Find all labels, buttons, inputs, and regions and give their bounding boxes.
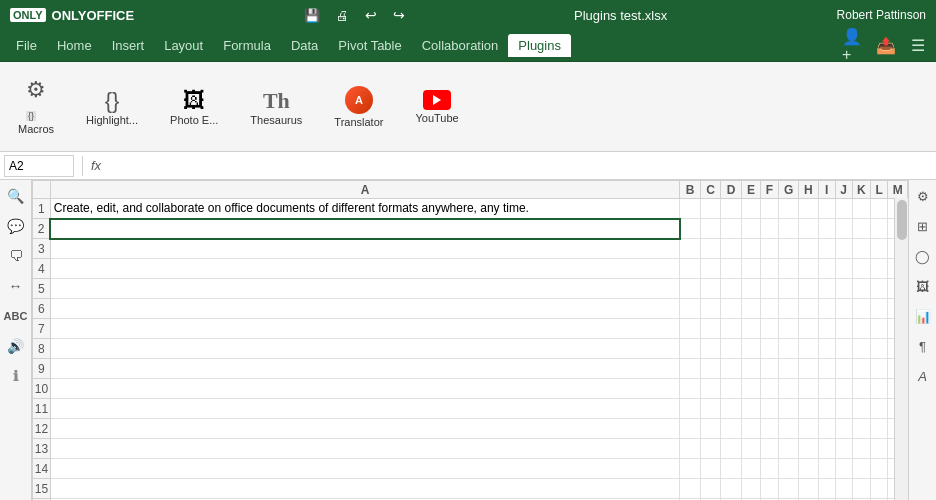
cell-D1[interactable] — [721, 199, 742, 219]
shapes-right-icon[interactable]: ◯ — [911, 244, 935, 268]
menu-layout[interactable]: Layout — [154, 34, 213, 57]
cell-B15[interactable] — [680, 479, 701, 499]
cell-F2[interactable] — [760, 219, 778, 239]
cell-C1[interactable] — [700, 199, 721, 219]
cell-D5[interactable] — [721, 279, 742, 299]
cell-H10[interactable] — [799, 379, 818, 399]
cell-L3[interactable] — [871, 239, 888, 259]
cell-K10[interactable] — [852, 379, 870, 399]
col-header-l[interactable]: L — [871, 181, 888, 199]
cell-J10[interactable] — [835, 379, 852, 399]
col-header-b[interactable]: B — [680, 181, 701, 199]
row-header-15[interactable]: 15 — [33, 479, 51, 499]
cell-E15[interactable] — [741, 479, 760, 499]
formula-input[interactable] — [109, 155, 932, 177]
col-header-a[interactable]: A — [50, 181, 680, 199]
cell-H1[interactable] — [799, 199, 818, 219]
cell-C6[interactable] — [700, 299, 721, 319]
cell-C10[interactable] — [700, 379, 721, 399]
col-header-d[interactable]: D — [721, 181, 742, 199]
cell-I10[interactable] — [818, 379, 835, 399]
cell-E6[interactable] — [741, 299, 760, 319]
cell-A11[interactable] — [50, 399, 680, 419]
cell-K11[interactable] — [852, 399, 870, 419]
cell-H8[interactable] — [799, 339, 818, 359]
cell-F5[interactable] — [760, 279, 778, 299]
cell-G5[interactable] — [779, 279, 799, 299]
cell-B9[interactable] — [680, 359, 701, 379]
cell-G7[interactable] — [779, 319, 799, 339]
cell-B5[interactable] — [680, 279, 701, 299]
cell-L7[interactable] — [871, 319, 888, 339]
photo-edit-button[interactable]: 🖼 Photo E... — [162, 84, 226, 130]
cell-D12[interactable] — [721, 419, 742, 439]
col-header-c[interactable]: C — [700, 181, 721, 199]
chat-sidebar-icon[interactable]: 🗨 — [4, 244, 28, 268]
cell-C7[interactable] — [700, 319, 721, 339]
cell-D15[interactable] — [721, 479, 742, 499]
col-header-m[interactable]: M — [888, 181, 908, 199]
cell-K2[interactable] — [852, 219, 870, 239]
youtube-button[interactable]: YouTube — [407, 86, 466, 128]
cell-H11[interactable] — [799, 399, 818, 419]
cell-F7[interactable] — [760, 319, 778, 339]
cell-D6[interactable] — [721, 299, 742, 319]
cell-G4[interactable] — [779, 259, 799, 279]
col-header-g[interactable]: G — [779, 181, 799, 199]
cell-L8[interactable] — [871, 339, 888, 359]
cell-H5[interactable] — [799, 279, 818, 299]
cell-B7[interactable] — [680, 319, 701, 339]
cell-J6[interactable] — [835, 299, 852, 319]
cell-C9[interactable] — [700, 359, 721, 379]
cell-D10[interactable] — [721, 379, 742, 399]
chart-right-icon[interactable]: 📊 — [911, 304, 935, 328]
cell-C12[interactable] — [700, 419, 721, 439]
cell-L1[interactable] — [871, 199, 888, 219]
share-icon[interactable]: 📤 — [874, 34, 898, 58]
menu-icon[interactable]: ☰ — [906, 34, 930, 58]
settings-right-icon[interactable]: ⚙ — [911, 184, 935, 208]
cell-D9[interactable] — [721, 359, 742, 379]
cell-D13[interactable] — [721, 439, 742, 459]
cell-A9[interactable] — [50, 359, 680, 379]
cell-L14[interactable] — [871, 459, 888, 479]
menu-home[interactable]: Home — [47, 34, 102, 57]
cell-C2[interactable] — [700, 219, 721, 239]
cell-K8[interactable] — [852, 339, 870, 359]
cell-C4[interactable] — [700, 259, 721, 279]
row-header-10[interactable]: 10 — [33, 379, 51, 399]
cell-J7[interactable] — [835, 319, 852, 339]
cell-I3[interactable] — [818, 239, 835, 259]
cell-F15[interactable] — [760, 479, 778, 499]
scroll-thumb[interactable] — [897, 200, 907, 240]
cell-A3[interactable] — [50, 239, 680, 259]
cell-L11[interactable] — [871, 399, 888, 419]
cell-E9[interactable] — [741, 359, 760, 379]
cell-F9[interactable] — [760, 359, 778, 379]
cell-I13[interactable] — [818, 439, 835, 459]
cell-D8[interactable] — [721, 339, 742, 359]
cell-K4[interactable] — [852, 259, 870, 279]
cell-J13[interactable] — [835, 439, 852, 459]
cell-H7[interactable] — [799, 319, 818, 339]
cell-H6[interactable] — [799, 299, 818, 319]
cell-G3[interactable] — [779, 239, 799, 259]
cell-H3[interactable] — [799, 239, 818, 259]
cell-F4[interactable] — [760, 259, 778, 279]
cell-G1[interactable] — [779, 199, 799, 219]
menu-plugins[interactable]: Plugins — [508, 34, 571, 57]
row-header-11[interactable]: 11 — [33, 399, 51, 419]
cell-F12[interactable] — [760, 419, 778, 439]
cell-I9[interactable] — [818, 359, 835, 379]
vertical-scrollbar[interactable] — [894, 198, 908, 500]
sound-sidebar-icon[interactable]: 🔊 — [4, 334, 28, 358]
redo-icon[interactable]: ↪ — [393, 7, 405, 23]
cell-G8[interactable] — [779, 339, 799, 359]
cell-I5[interactable] — [818, 279, 835, 299]
cell-G6[interactable] — [779, 299, 799, 319]
menu-file[interactable]: File — [6, 34, 47, 57]
col-header-f[interactable]: F — [760, 181, 778, 199]
cell-F14[interactable] — [760, 459, 778, 479]
cell-reference-input[interactable] — [4, 155, 74, 177]
search-sidebar-icon[interactable]: 🔍 — [4, 184, 28, 208]
